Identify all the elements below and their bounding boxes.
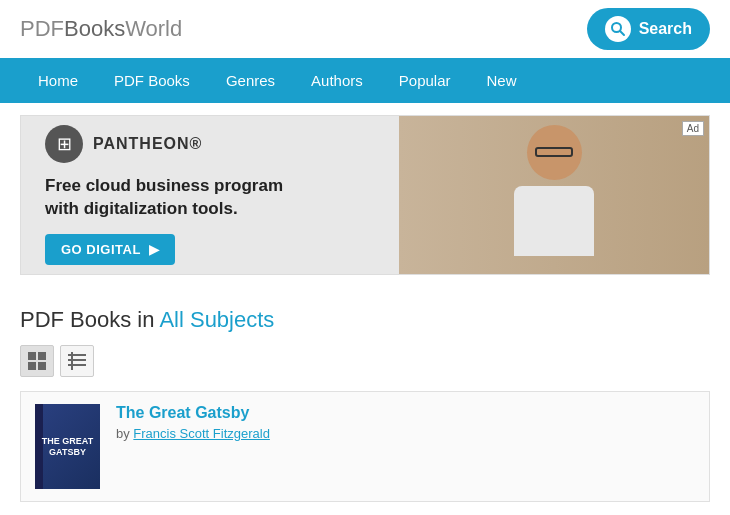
svg-rect-7: [68, 359, 86, 361]
main-nav: Home PDF Books Genres Authors Popular Ne…: [0, 58, 730, 103]
logo-text: PDF: [20, 16, 64, 41]
book-cover-text: THE GREAT GATSBY: [41, 436, 94, 458]
ad-badge: Ad: [682, 121, 704, 136]
svg-rect-2: [28, 352, 36, 360]
nav-authors[interactable]: Authors: [293, 58, 381, 103]
site-logo: PDFBooksWorld: [20, 16, 182, 42]
person-glasses: [535, 147, 573, 157]
go-digital-button[interactable]: GO DIGITAL ▶: [45, 234, 175, 265]
ad-logo-row: ⊞ PANTHEON®: [45, 125, 375, 163]
list-view-icon: [28, 352, 46, 370]
advertisement-banner: ⊞ PANTHEON® Free cloud business programw…: [20, 115, 710, 275]
book-cover: THE GREAT GATSBY: [35, 404, 100, 489]
nav-popular[interactable]: Popular: [381, 58, 469, 103]
person-head: [527, 125, 582, 180]
list-view-button[interactable]: [20, 345, 54, 377]
ad-brand-name: PANTHEON®: [93, 135, 202, 153]
book-author: by Francis Scott Fitzgerald: [116, 426, 270, 441]
svg-rect-8: [68, 364, 86, 366]
pantheon-icon: ⊞: [45, 125, 83, 163]
go-digital-icon: ▶: [149, 242, 160, 257]
ad-person-image: [399, 116, 709, 274]
book-list: THE GREAT GATSBY The Great Gatsby by Fra…: [20, 391, 710, 502]
search-icon: [605, 16, 631, 42]
table-row: THE GREAT GATSBY The Great Gatsby by Fra…: [20, 391, 710, 502]
svg-line-1: [620, 31, 624, 35]
section-title: PDF Books in All Subjects: [20, 307, 710, 333]
books-section: PDF Books in All Subjects THE G: [0, 287, 730, 502]
grid-view-button[interactable]: [60, 345, 94, 377]
search-button-label: Search: [639, 20, 692, 38]
grid-view-icon: [68, 352, 86, 370]
view-toggle-group: [20, 345, 710, 377]
nav-pdf-books[interactable]: PDF Books: [96, 58, 208, 103]
svg-rect-5: [38, 362, 46, 370]
by-text: by: [116, 426, 133, 441]
svg-rect-4: [28, 362, 36, 370]
svg-rect-9: [71, 352, 73, 370]
svg-rect-6: [68, 354, 86, 356]
book-info: The Great Gatsby by Francis Scott Fitzge…: [116, 404, 270, 441]
person-body: [514, 186, 594, 256]
nav-genres[interactable]: Genres: [208, 58, 293, 103]
nav-home[interactable]: Home: [20, 58, 96, 103]
ad-headline: Free cloud business programwith digitali…: [45, 175, 375, 219]
author-link[interactable]: Francis Scott Fitzgerald: [133, 426, 270, 441]
section-title-highlight: All Subjects: [159, 307, 274, 332]
ad-content-left: ⊞ PANTHEON® Free cloud business programw…: [21, 116, 399, 274]
book-title-link[interactable]: The Great Gatsby: [116, 404, 270, 422]
ad-image-right: Ad: [399, 116, 709, 274]
go-digital-label: GO DIGITAL: [61, 242, 141, 257]
site-header: PDFBooksWorld Search: [0, 0, 730, 58]
section-title-prefix: PDF Books in: [20, 307, 159, 332]
person-silhouette: [494, 125, 614, 265]
svg-rect-3: [38, 352, 46, 360]
search-button[interactable]: Search: [587, 8, 710, 50]
nav-new[interactable]: New: [468, 58, 534, 103]
